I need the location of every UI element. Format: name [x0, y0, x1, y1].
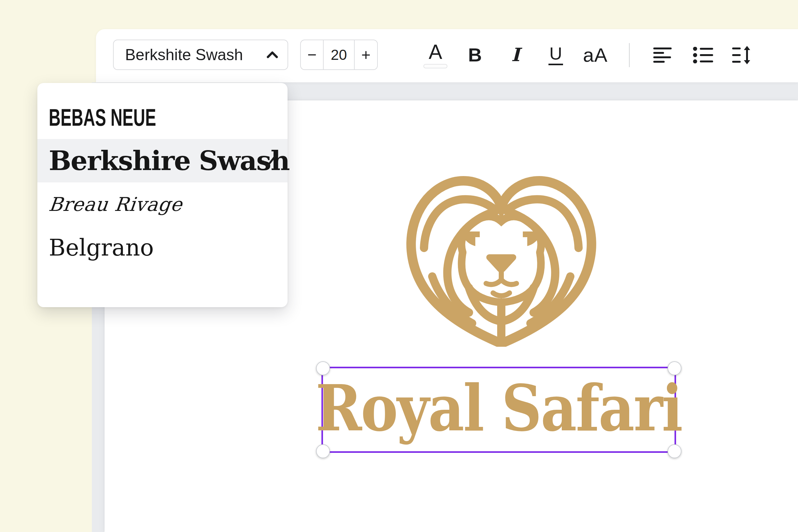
line-spacing-icon: [732, 46, 752, 64]
italic-button[interactable]: I: [503, 40, 528, 70]
underline-button[interactable]: U: [543, 40, 568, 70]
lion-logo[interactable]: [406, 169, 596, 347]
bullet-list-icon: [693, 47, 714, 63]
font-option-belgrano[interactable]: Belgrano: [37, 226, 287, 269]
text-case-button[interactable]: aA: [580, 40, 611, 70]
font-option-label: Berkshire Swash: [49, 145, 289, 176]
font-option-breau-rivage[interactable]: Breau Rivage: [37, 183, 287, 226]
lion-muzzle: [486, 271, 516, 284]
canvas-text[interactable]: Royal Safari: [316, 377, 682, 443]
font-size-value[interactable]: 20: [324, 40, 354, 69]
font-option-label: Breau Rivage: [48, 193, 183, 215]
text-color-button[interactable]: A: [423, 40, 448, 70]
line-spacing-button[interactable]: [732, 45, 752, 65]
bold-button[interactable]: B: [462, 40, 488, 70]
lion-chin: [493, 293, 510, 296]
font-option-label: Belgrano: [49, 234, 154, 261]
font-dropdown: BEBAS NEUE Berkshire Swash Breau Rivage …: [37, 83, 287, 307]
text-color-swatch: [423, 64, 448, 69]
font-size-decrease-button[interactable]: −: [301, 40, 324, 69]
align-left-button[interactable]: [653, 45, 672, 65]
selection-handle-top-left[interactable]: [316, 361, 330, 375]
checkmark-icon: [262, 154, 277, 168]
font-size-increase-button[interactable]: +: [354, 40, 377, 69]
align-left-icon: [653, 47, 672, 63]
selection-handle-bottom-left[interactable]: [316, 444, 330, 458]
text-color-glyph: A: [429, 42, 442, 62]
font-option-berkshire-swash[interactable]: Berkshire Swash: [37, 139, 287, 183]
text-element-selection[interactable]: Royal Safari: [321, 367, 676, 453]
font-selector-value: Berkshite Swash: [125, 45, 267, 64]
bullet-list-button[interactable]: [693, 45, 714, 65]
font-option-label: BEBAS NEUE: [49, 103, 156, 131]
toolbar-divider: [629, 43, 630, 67]
font-selector[interactable]: Berkshite Swash: [113, 40, 288, 70]
selection-handle-top-right[interactable]: [667, 361, 682, 375]
selection-handle-bottom-right[interactable]: [667, 444, 682, 458]
chevron-up-icon: [267, 51, 278, 59]
font-option-bebas-neue[interactable]: BEBAS NEUE: [37, 96, 287, 139]
font-size-stepper: − 20 +: [300, 40, 378, 70]
text-toolbar: Berkshite Swash − 20 + A B I U aA: [96, 29, 798, 82]
